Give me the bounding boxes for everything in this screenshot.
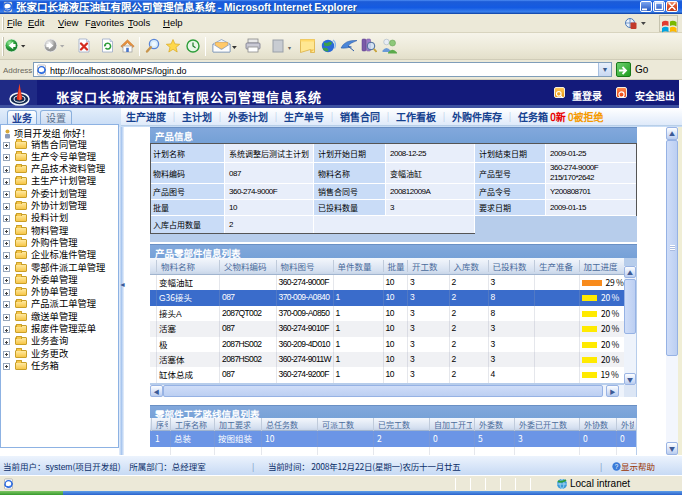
svg-text:?: ? [615,463,619,470]
